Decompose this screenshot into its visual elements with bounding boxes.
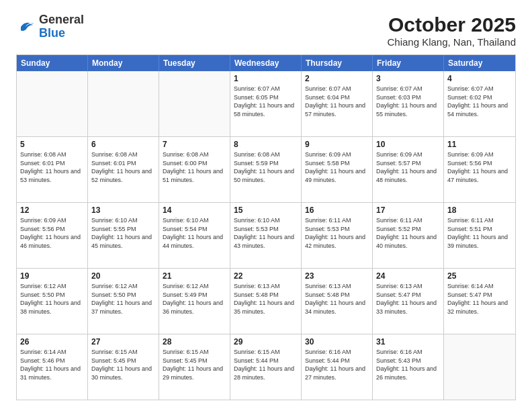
- calendar-cell: 11Sunrise: 6:09 AMSunset: 5:56 PMDayligh…: [444, 137, 515, 202]
- calendar-header-wednesday: Wednesday: [230, 55, 302, 71]
- calendar-cell: [88, 71, 159, 136]
- cell-info: Sunrise: 6:15 AMSunset: 5:44 PMDaylight:…: [234, 348, 298, 381]
- day-number: 13: [91, 205, 155, 215]
- calendar-cell: 6Sunrise: 6:08 AMSunset: 6:01 PMDaylight…: [88, 137, 159, 202]
- day-number: 5: [20, 140, 84, 149]
- calendar-cell: 21Sunrise: 6:12 AMSunset: 5:49 PMDayligh…: [159, 269, 230, 334]
- logo: General Blue: [16, 13, 84, 40]
- calendar-cell: 14Sunrise: 6:10 AMSunset: 5:54 PMDayligh…: [159, 203, 230, 268]
- calendar-cell: 26Sunrise: 6:14 AMSunset: 5:46 PMDayligh…: [17, 334, 88, 400]
- cell-info: Sunrise: 6:09 AMSunset: 5:56 PMDaylight:…: [20, 216, 84, 250]
- day-number: 17: [376, 205, 440, 215]
- calendar-cell: 15Sunrise: 6:10 AMSunset: 5:53 PMDayligh…: [230, 203, 302, 268]
- calendar-week-2: 12Sunrise: 6:09 AMSunset: 5:56 PMDayligh…: [17, 203, 515, 269]
- calendar-cell: 8Sunrise: 6:08 AMSunset: 5:59 PMDaylight…: [230, 137, 302, 202]
- day-number: 28: [163, 337, 226, 347]
- calendar-header-monday: Monday: [88, 55, 159, 71]
- calendar-week-0: 1Sunrise: 6:07 AMSunset: 6:05 PMDaylight…: [17, 71, 515, 137]
- cell-info: Sunrise: 6:11 AMSunset: 5:53 PMDaylight:…: [305, 216, 369, 250]
- day-number: 24: [376, 271, 440, 281]
- cell-info: Sunrise: 6:08 AMSunset: 5:59 PMDaylight:…: [234, 150, 298, 184]
- calendar-cell: 27Sunrise: 6:15 AMSunset: 5:45 PMDayligh…: [88, 334, 159, 400]
- day-number: 2: [305, 74, 369, 83]
- calendar-cell: 31Sunrise: 6:16 AMSunset: 5:43 PMDayligh…: [373, 334, 444, 400]
- logo-blue: Blue: [39, 27, 84, 40]
- calendar-cell: 29Sunrise: 6:15 AMSunset: 5:44 PMDayligh…: [230, 334, 302, 400]
- cell-info: Sunrise: 6:09 AMSunset: 5:58 PMDaylight:…: [305, 150, 369, 184]
- cell-info: Sunrise: 6:11 AMSunset: 5:52 PMDaylight:…: [376, 216, 440, 250]
- day-number: 18: [447, 205, 512, 215]
- calendar-cell: [159, 71, 230, 136]
- calendar-header-sunday: Sunday: [17, 55, 88, 71]
- day-number: 11: [447, 140, 512, 149]
- day-number: 4: [447, 74, 512, 83]
- logo-general: General: [39, 13, 84, 27]
- cell-info: Sunrise: 6:07 AMSunset: 6:04 PMDaylight:…: [305, 85, 369, 118]
- calendar-cell: [17, 71, 88, 136]
- cell-info: Sunrise: 6:08 AMSunset: 6:01 PMDaylight:…: [91, 150, 155, 184]
- day-number: 27: [91, 337, 155, 347]
- day-number: 8: [234, 140, 298, 149]
- calendar-header-friday: Friday: [373, 55, 444, 71]
- calendar-cell: 25Sunrise: 6:14 AMSunset: 5:47 PMDayligh…: [444, 269, 515, 334]
- logo-text: General Blue: [39, 13, 84, 40]
- calendar-cell: 10Sunrise: 6:09 AMSunset: 5:57 PMDayligh…: [373, 137, 444, 202]
- cell-info: Sunrise: 6:07 AMSunset: 6:05 PMDaylight:…: [234, 85, 298, 118]
- title-block: October 2025 Chiang Klang, Nan, Thailand: [387, 13, 516, 48]
- calendar-body: 1Sunrise: 6:07 AMSunset: 6:05 PMDaylight…: [17, 71, 515, 400]
- calendar-cell: 17Sunrise: 6:11 AMSunset: 5:52 PMDayligh…: [373, 203, 444, 268]
- cell-info: Sunrise: 6:08 AMSunset: 6:00 PMDaylight:…: [163, 150, 226, 184]
- cell-info: Sunrise: 6:13 AMSunset: 5:48 PMDaylight:…: [305, 282, 369, 316]
- logo-bird-icon: [16, 17, 35, 36]
- calendar-header-tuesday: Tuesday: [159, 55, 230, 71]
- calendar-cell: 7Sunrise: 6:08 AMSunset: 6:00 PMDaylight…: [159, 137, 230, 202]
- cell-info: Sunrise: 6:15 AMSunset: 5:45 PMDaylight:…: [163, 348, 226, 381]
- day-number: 26: [20, 337, 84, 347]
- calendar-week-1: 5Sunrise: 6:08 AMSunset: 6:01 PMDaylight…: [17, 137, 515, 203]
- calendar-cell: 18Sunrise: 6:11 AMSunset: 5:51 PMDayligh…: [444, 203, 515, 268]
- page: General Blue October 2025 Chiang Klang, …: [0, 0, 532, 411]
- calendar-header-row: SundayMondayTuesdayWednesdayThursdayFrid…: [17, 55, 515, 71]
- calendar-cell: 30Sunrise: 6:16 AMSunset: 5:44 PMDayligh…: [302, 334, 373, 400]
- header: General Blue October 2025 Chiang Klang, …: [16, 13, 516, 48]
- cell-info: Sunrise: 6:09 AMSunset: 5:57 PMDaylight:…: [376, 150, 440, 184]
- cell-info: Sunrise: 6:10 AMSunset: 5:54 PMDaylight:…: [163, 216, 226, 250]
- cell-info: Sunrise: 6:08 AMSunset: 6:01 PMDaylight:…: [20, 150, 84, 184]
- cell-info: Sunrise: 6:10 AMSunset: 5:55 PMDaylight:…: [91, 216, 155, 250]
- calendar-location: Chiang Klang, Nan, Thailand: [387, 36, 516, 48]
- day-number: 21: [163, 271, 226, 281]
- calendar-cell: 13Sunrise: 6:10 AMSunset: 5:55 PMDayligh…: [88, 203, 159, 268]
- cell-info: Sunrise: 6:07 AMSunset: 6:03 PMDaylight:…: [376, 85, 440, 118]
- cell-info: Sunrise: 6:14 AMSunset: 5:46 PMDaylight:…: [20, 348, 84, 381]
- day-number: 6: [91, 140, 155, 149]
- calendar-cell: [444, 334, 515, 400]
- cell-info: Sunrise: 6:13 AMSunset: 5:48 PMDaylight:…: [234, 282, 298, 316]
- day-number: 16: [305, 205, 369, 215]
- cell-info: Sunrise: 6:13 AMSunset: 5:47 PMDaylight:…: [376, 282, 440, 316]
- day-number: 9: [305, 140, 369, 149]
- cell-info: Sunrise: 6:14 AMSunset: 5:47 PMDaylight:…: [447, 282, 512, 316]
- day-number: 15: [234, 205, 298, 215]
- day-number: 12: [20, 205, 84, 215]
- day-number: 19: [20, 271, 84, 281]
- calendar-title: October 2025: [387, 13, 516, 36]
- cell-info: Sunrise: 6:16 AMSunset: 5:43 PMDaylight:…: [376, 348, 440, 381]
- cell-info: Sunrise: 6:16 AMSunset: 5:44 PMDaylight:…: [305, 348, 369, 381]
- cell-info: Sunrise: 6:12 AMSunset: 5:50 PMDaylight:…: [91, 282, 155, 316]
- day-number: 31: [376, 337, 440, 347]
- calendar-cell: 22Sunrise: 6:13 AMSunset: 5:48 PMDayligh…: [230, 269, 302, 334]
- calendar-cell: 28Sunrise: 6:15 AMSunset: 5:45 PMDayligh…: [159, 334, 230, 400]
- calendar-cell: 16Sunrise: 6:11 AMSunset: 5:53 PMDayligh…: [302, 203, 373, 268]
- cell-info: Sunrise: 6:09 AMSunset: 5:56 PMDaylight:…: [447, 150, 512, 184]
- day-number: 7: [163, 140, 226, 149]
- calendar-cell: 2Sunrise: 6:07 AMSunset: 6:04 PMDaylight…: [302, 71, 373, 136]
- cell-info: Sunrise: 6:12 AMSunset: 5:49 PMDaylight:…: [163, 282, 226, 316]
- day-number: 22: [234, 271, 298, 281]
- calendar-header-saturday: Saturday: [444, 55, 515, 71]
- calendar-cell: 4Sunrise: 6:07 AMSunset: 6:02 PMDaylight…: [444, 71, 515, 136]
- calendar-cell: 3Sunrise: 6:07 AMSunset: 6:03 PMDaylight…: [373, 71, 444, 136]
- cell-info: Sunrise: 6:11 AMSunset: 5:51 PMDaylight:…: [447, 216, 512, 250]
- calendar-cell: 1Sunrise: 6:07 AMSunset: 6:05 PMDaylight…: [230, 71, 302, 136]
- cell-info: Sunrise: 6:10 AMSunset: 5:53 PMDaylight:…: [234, 216, 298, 250]
- cell-info: Sunrise: 6:07 AMSunset: 6:02 PMDaylight:…: [447, 85, 512, 118]
